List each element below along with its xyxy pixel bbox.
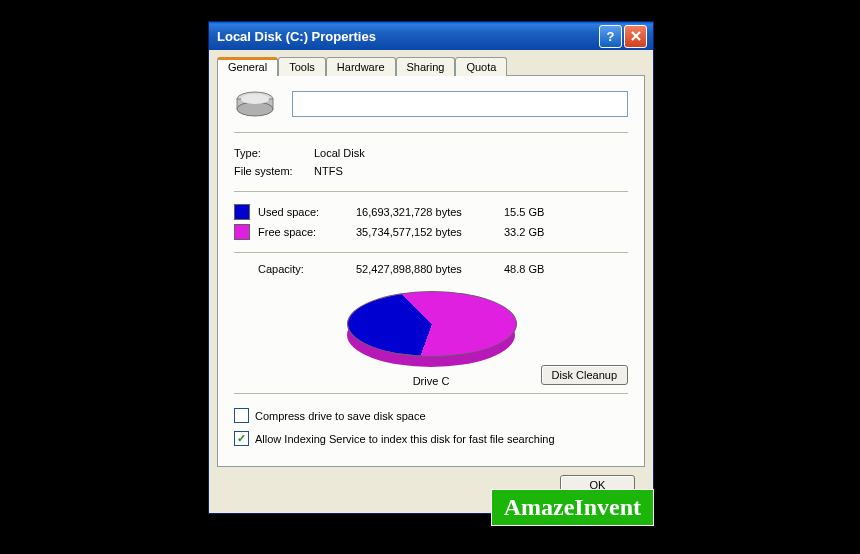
capacity-section: Capacity: 52,427,898,880 bytes 48.8 GB D…: [234, 263, 628, 385]
titlebar-buttons: ?: [599, 25, 647, 48]
tab-panel-general: Type: Local Disk File system: NTFS Used …: [217, 75, 645, 467]
cleanup-row: Disk Cleanup: [234, 365, 628, 385]
used-bytes: 16,693,321,728 bytes: [356, 206, 496, 218]
watermark-badge: AmazeInvent: [491, 489, 654, 526]
indexing-checkbox[interactable]: ✓: [234, 431, 249, 446]
indexing-label: Allow Indexing Service to index this dis…: [255, 433, 555, 445]
close-button[interactable]: [624, 25, 647, 48]
free-swatch-icon: [234, 224, 250, 240]
free-gb: 33.2 GB: [504, 226, 564, 238]
tab-strip: General Tools Hardware Sharing Quota: [217, 57, 645, 76]
capacity-bytes: 52,427,898,880 bytes: [356, 263, 496, 275]
drive-header-row: [234, 90, 628, 133]
compress-checkbox[interactable]: [234, 408, 249, 423]
type-label: Type:: [234, 147, 304, 159]
drive-name-input[interactable]: [292, 91, 628, 117]
svg-point-2: [237, 102, 273, 116]
free-space-row: Free space: 35,734,577,152 bytes 33.2 GB: [234, 224, 628, 240]
close-icon: [630, 30, 642, 42]
options-section: Compress drive to save disk space ✓ Allo…: [234, 393, 628, 446]
help-button[interactable]: ?: [599, 25, 622, 48]
free-label: Free space:: [258, 226, 348, 238]
disk-usage-pie-chart: [341, 287, 521, 367]
compress-row: Compress drive to save disk space: [234, 408, 628, 423]
free-bytes: 35,734,577,152 bytes: [356, 226, 496, 238]
tab-quota[interactable]: Quota: [455, 57, 507, 76]
tab-sharing[interactable]: Sharing: [396, 57, 456, 76]
svg-point-3: [241, 94, 269, 104]
indexing-row: ✓ Allow Indexing Service to index this d…: [234, 431, 628, 446]
capacity-label: Capacity:: [258, 263, 348, 275]
capacity-row: Capacity: 52,427,898,880 bytes 48.8 GB: [234, 263, 628, 275]
tab-tools[interactable]: Tools: [278, 57, 326, 76]
properties-dialog: Local Disk (C:) Properties ? General Too…: [208, 21, 654, 514]
type-fs-section: Type: Local Disk File system: NTFS: [234, 133, 628, 192]
fs-value: NTFS: [314, 165, 343, 177]
hard-drive-icon: [234, 90, 276, 118]
used-swatch-icon: [234, 204, 250, 220]
tab-general[interactable]: General: [217, 57, 278, 76]
used-gb: 15.5 GB: [504, 206, 564, 218]
space-section: Used space: 16,693,321,728 bytes 15.5 GB…: [234, 192, 628, 253]
fs-label: File system:: [234, 165, 304, 177]
capacity-gb: 48.8 GB: [504, 263, 564, 275]
dialog-content: General Tools Hardware Sharing Quota Typ…: [209, 50, 653, 513]
compress-label: Compress drive to save disk space: [255, 410, 426, 422]
window-title: Local Disk (C:) Properties: [217, 29, 599, 44]
disk-cleanup-button[interactable]: Disk Cleanup: [541, 365, 628, 385]
type-value: Local Disk: [314, 147, 365, 159]
used-label: Used space:: [258, 206, 348, 218]
tab-hardware[interactable]: Hardware: [326, 57, 396, 76]
titlebar[interactable]: Local Disk (C:) Properties ?: [209, 22, 653, 50]
used-space-row: Used space: 16,693,321,728 bytes 15.5 GB: [234, 204, 628, 220]
fs-row: File system: NTFS: [234, 165, 628, 177]
type-row: Type: Local Disk: [234, 147, 628, 159]
